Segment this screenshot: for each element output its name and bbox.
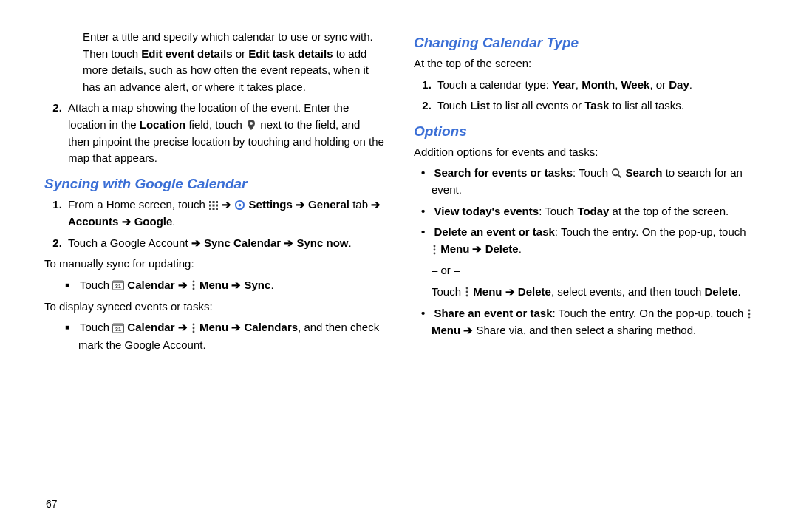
svg-point-14 [192,281,194,283]
text: . [519,242,522,255]
changing-step-2: Touch List to list all events or Task to… [434,98,754,115]
intro-block: Enter a title and specify which calendar… [44,29,384,95]
bold-text: Week [621,78,649,91]
bold-text: Menu ➔ Sync [197,279,271,291]
text: Touch [80,321,112,333]
manual-sync-list: Touch 31 Calendar ➔ Menu ➔ Sync. [44,277,384,294]
text: tab [349,198,371,211]
display-item: Touch 31 Calendar ➔ Menu ➔ Calendars, an… [78,319,384,353]
bold-text: Menu ➔ Calendars [197,321,298,333]
text: Touch [437,99,470,112]
svg-text:31: 31 [115,327,121,332]
options-intro: Addition options for events and tasks: [414,144,754,161]
text: : Touch [573,166,611,179]
bold-text: Year [552,78,576,91]
text: field, touch [185,118,245,131]
svg-point-28 [466,287,468,290]
svg-point-27 [434,252,436,254]
calendar-31-icon: 31 [112,276,124,293]
bold-text: Calendar ➔ [124,321,191,333]
svg-rect-5 [216,204,218,206]
svg-text:31: 31 [115,284,121,289]
right-column: Changing Calendar Type At the top of the… [414,26,783,358]
changing-steps: Touch a calendar type: Year, Month, Week… [414,77,754,115]
svg-point-10 [239,204,242,207]
text: Touch a calendar type: [437,78,552,91]
option-share: Share an event or task: Touch the entry.… [432,305,754,339]
sync-steps: From a Home screen, touch ➔ Settings ➔ G… [44,197,384,251]
gear-icon [234,197,245,214]
manual-sync-item: Touch 31 Calendar ➔ Menu ➔ Sync. [78,277,384,294]
svg-rect-12 [113,281,124,283]
text: Touch a Google Account [68,236,191,249]
text: . [689,78,692,91]
text: . [270,279,273,291]
svg-rect-6 [209,208,211,210]
svg-point-33 [748,316,751,318]
menu-dots-icon [746,305,752,322]
page-number: 67 [46,498,58,510]
text: , [576,78,582,91]
heading-options: Options [414,123,754,140]
text: : Touch the entry. On the pop-up, touch [553,307,747,319]
changing-intro: At the top of the screen: [414,55,754,72]
svg-point-25 [434,245,436,247]
menu-dots-icon [191,319,197,336]
svg-rect-1 [213,201,215,203]
text: to list all events or [490,99,584,112]
svg-rect-0 [209,201,211,203]
svg-point-26 [434,248,436,250]
svg-line-24 [618,175,621,178]
document-page: Enter a title and specify which calendar… [0,0,798,372]
text: . [738,285,741,298]
svg-rect-8 [216,208,218,210]
svg-rect-3 [209,204,211,206]
svg-point-32 [748,313,751,315]
svg-point-29 [466,291,468,293]
bold-text: Menu ➔ Delete [470,285,551,298]
display-list: Touch 31 Calendar ➔ Menu ➔ Calendars, an… [44,319,384,353]
text: Share via, and then select a sharing met… [473,324,696,336]
svg-point-15 [192,284,194,287]
bold-text: Day [669,78,689,91]
bold-text: Location [140,118,186,131]
search-icon [611,165,622,182]
display-label: To display synced events or tasks: [44,299,384,316]
text: . [172,215,175,228]
apps-grid-icon [208,197,219,214]
bold-text: Menu ➔ Delete [437,242,519,255]
option-today: View today's events: Touch Today at the … [432,203,754,220]
menu-dots-icon [191,276,197,293]
manual-sync-label: To manually sync for updating: [44,256,384,273]
text: to list all tasks. [609,99,684,112]
svg-point-16 [192,288,194,290]
menu-dots-icon [432,241,437,258]
bold-text: Today [577,205,609,217]
text: , or [649,78,669,91]
bold-text: Month [582,78,615,91]
bold-text: ➔ Sync Calendar ➔ Sync now [191,236,349,249]
map-pin-icon [245,116,257,133]
intro-list: Attach a map showing the location of the… [44,100,384,167]
option-delete: Delete an event or task: Touch the entry… [432,224,754,301]
bold-text: Settings ➔ General [245,198,349,211]
bold-text: Delete [705,285,738,298]
text: : Touch [539,205,577,217]
intro-item-2: Attach a map showing the location of the… [65,100,384,167]
svg-rect-7 [213,208,215,210]
text: . [349,236,352,249]
text: : Touch the entry. On the pop-up, touch [555,225,746,238]
svg-point-21 [192,327,194,330]
left-column: Enter a title and specify which calendar… [15,26,384,358]
bold-text: Search for events or tasks [434,166,573,179]
bold-text: Share an event or task [434,307,552,319]
bold-text: Task [584,99,609,112]
text: Touch [432,285,464,298]
text: , select events, and then touch [551,285,705,298]
svg-point-22 [192,331,194,333]
sync-step-1: From a Home screen, touch ➔ Settings ➔ G… [65,197,384,231]
option-search: Search for events or tasks: Touch Search… [432,165,754,199]
option-delete-alt: Touch Menu ➔ Delete, select events, and … [432,284,754,301]
bold-text: Edit event details [141,47,232,60]
bold-text: Edit task details [248,47,332,60]
